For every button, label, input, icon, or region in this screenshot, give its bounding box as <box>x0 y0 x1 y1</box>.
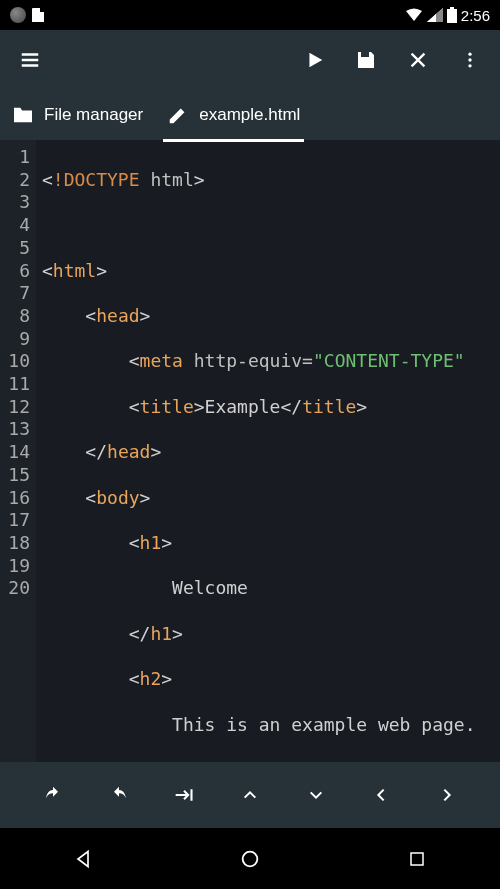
svg-rect-6 <box>411 853 423 865</box>
wifi-icon <box>405 8 423 22</box>
status-time: 2:56 <box>461 7 490 24</box>
tab-file-manager[interactable]: File manager <box>8 95 147 135</box>
close-button[interactable] <box>396 38 440 82</box>
redo-icon <box>106 785 132 805</box>
more-vert-icon <box>460 50 480 70</box>
sd-card-icon <box>32 8 44 22</box>
edit-icon <box>167 104 189 126</box>
nav-home-icon <box>239 848 261 870</box>
status-orb-icon <box>10 7 26 23</box>
tab-icon <box>171 785 197 805</box>
save-button[interactable] <box>344 38 388 82</box>
save-icon <box>354 48 378 72</box>
tab-label: example.html <box>199 105 300 125</box>
menu-button[interactable] <box>8 38 52 82</box>
undo-icon <box>40 785 66 805</box>
close-icon <box>407 49 429 71</box>
svg-point-3 <box>468 58 471 61</box>
signal-icon <box>427 8 443 22</box>
chevron-down-icon <box>305 787 327 803</box>
line-gutter: 1234567891011121314151617181920 <box>0 140 36 762</box>
code-content[interactable]: <!DOCTYPE html> <html> <head> <meta http… <box>36 140 500 762</box>
code-editor[interactable]: 1234567891011121314151617181920 <!DOCTYP… <box>0 140 500 762</box>
chevron-up-icon <box>239 787 261 803</box>
play-icon <box>303 49 325 71</box>
run-button[interactable] <box>292 38 336 82</box>
nav-recent-icon <box>408 850 426 868</box>
hamburger-icon <box>19 49 41 71</box>
nav-back-icon <box>73 849 93 869</box>
tab-label: File manager <box>44 105 143 125</box>
nav-back-button[interactable] <box>69 845 97 873</box>
svg-point-4 <box>468 64 471 67</box>
app-bar <box>0 30 500 90</box>
folder-icon <box>12 106 34 124</box>
system-nav-bar <box>0 828 500 889</box>
svg-point-5 <box>243 851 258 866</box>
bottom-toolbar <box>0 762 500 828</box>
svg-point-2 <box>468 53 471 56</box>
redo-button[interactable] <box>99 775 139 815</box>
tab-current-file[interactable]: example.html <box>163 94 304 136</box>
move-up-button[interactable] <box>230 775 270 815</box>
svg-rect-0 <box>447 9 457 23</box>
move-down-button[interactable] <box>296 775 336 815</box>
move-right-button[interactable] <box>427 775 467 815</box>
chevron-right-icon <box>439 784 455 806</box>
svg-rect-1 <box>450 7 454 9</box>
move-left-button[interactable] <box>361 775 401 815</box>
battery-icon <box>447 7 457 23</box>
nav-home-button[interactable] <box>236 845 264 873</box>
overflow-menu-button[interactable] <box>448 38 492 82</box>
chevron-left-icon <box>373 784 389 806</box>
nav-recent-button[interactable] <box>403 845 431 873</box>
status-bar: 2:56 <box>0 0 500 30</box>
tab-bar: File manager example.html <box>0 90 500 140</box>
undo-button[interactable] <box>33 775 73 815</box>
tab-indent-button[interactable] <box>164 775 204 815</box>
